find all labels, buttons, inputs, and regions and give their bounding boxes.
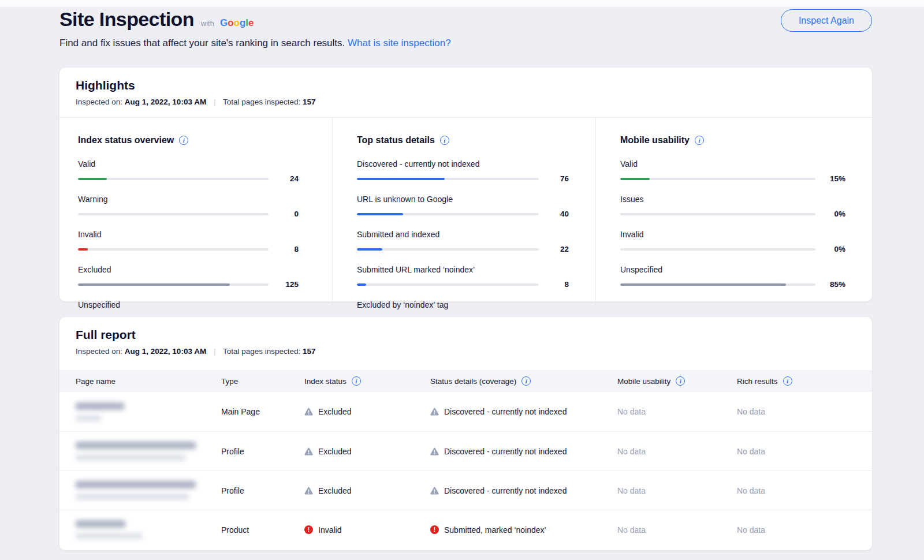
full-report-meta: Inspected on: Aug 1, 2022, 10:03 AM | To…	[76, 347, 856, 356]
redacted-subtitle	[76, 454, 185, 461]
info-icon[interactable]: i	[352, 376, 361, 386]
mobile-usability-cell: No data	[617, 486, 737, 495]
total-pages-value: 157	[303, 98, 316, 106]
total-pages-label: Total pages inspected:	[223, 98, 300, 106]
metric-label: Valid	[78, 159, 299, 169]
metric-item: Invalid8	[78, 230, 299, 253]
page-type-cell: Profile	[221, 486, 304, 495]
metric-label: URL is unknown to Google	[357, 195, 569, 204]
table-row[interactable]: Product!Invalid!Submitted, marked ‘noind…	[59, 510, 872, 549]
metric-item: Excluded125	[78, 265, 299, 289]
metric-label: Invalid	[78, 230, 299, 239]
metric-label: Unspecified	[78, 300, 299, 309]
column-header-label: Type	[221, 377, 238, 386]
inspected-on-label: Inspected on:	[76, 347, 122, 356]
column-title-text: Index status overview	[78, 135, 174, 145]
table-header: Page nameTypeIndex statusiStatus details…	[59, 370, 872, 392]
metric-item: Valid15%	[620, 159, 845, 183]
page-name-redacted	[76, 402, 221, 421]
warning-triangle-icon	[430, 487, 439, 495]
inspected-on-value: Aug 1, 2022, 10:03 AM	[125, 98, 206, 106]
metric-item: Invalid0%	[620, 230, 845, 253]
highlight-column-title: Mobile usabilityi	[620, 135, 845, 145]
coverage-cell: Discovered - currently not indexed	[430, 407, 617, 416]
metric-label: Valid	[620, 159, 845, 169]
inspect-again-button[interactable]: Inspect Again	[781, 9, 872, 32]
warning-triangle-icon	[304, 408, 313, 416]
error-circle-icon: !	[304, 525, 313, 534]
top-strip	[0, 0, 924, 7]
metric-bar-fill	[357, 178, 445, 180]
table-row[interactable]: ProfileExcludedDiscovered - currently no…	[59, 471, 872, 510]
redacted-subtitle	[76, 415, 101, 421]
metric-bar	[78, 178, 269, 180]
coverage-text: Discovered - currently not indexed	[444, 407, 567, 416]
info-icon[interactable]: i	[440, 136, 449, 145]
rich-results-cell: No data	[737, 486, 872, 495]
info-icon[interactable]: i	[676, 376, 685, 386]
metric-bar	[357, 178, 539, 180]
metric-value: 85%	[815, 280, 845, 289]
metric-label: Invalid	[620, 230, 845, 239]
metric-bar-fill	[620, 283, 786, 286]
column-header: Page name	[76, 377, 221, 386]
index-status-text: Invalid	[318, 525, 341, 535]
index-status-cell: Excluded	[304, 447, 430, 456]
page-title: Site Inspection	[59, 8, 194, 31]
coverage-cell: !Submitted, marked ‘noindex’	[430, 525, 617, 535]
table-row[interactable]: ProfileExcludedDiscovered - currently no…	[59, 431, 872, 471]
column-header-label: Page name	[76, 377, 116, 386]
highlight-column-title: Top status detailsi	[357, 135, 569, 145]
metric-label: Excluded	[78, 265, 299, 274]
google-logo: Google	[220, 17, 254, 29]
highlights-columns: Index status overviewiValid24Warning0Inv…	[59, 118, 872, 301]
what-is-site-inspection-link[interactable]: What is site inspection?	[348, 38, 451, 48]
metric-bar-fill	[620, 178, 650, 180]
metric-label: Excluded by ‘noindex’ tag	[357, 300, 569, 309]
page-type-cell: Product	[221, 525, 304, 535]
column-header-label: Rich results	[737, 377, 778, 386]
page-subtitle: Find and fix issues that affect your sit…	[59, 38, 872, 49]
coverage-text: Discovered - currently not indexed	[444, 486, 567, 495]
error-circle-icon: !	[430, 525, 439, 534]
metric-bar	[620, 283, 815, 286]
index-status-text: Excluded	[318, 447, 352, 456]
metric-bar-fill	[78, 178, 107, 180]
info-icon[interactable]: i	[695, 136, 704, 145]
metric-value: 8	[269, 245, 299, 253]
table-row[interactable]: Main PageExcludedDiscovered - currently …	[59, 392, 872, 431]
page-name-redacted	[76, 442, 221, 461]
column-title-text: Mobile usability	[620, 135, 690, 145]
page-type-cell: Profile	[221, 447, 304, 456]
metric-item: Submitted and indexed22	[357, 230, 569, 253]
metric-bar	[78, 283, 269, 286]
column-header: Rich resultsi	[737, 376, 872, 386]
metric-label: Warning	[78, 195, 299, 204]
coverage-text: Discovered - currently not indexed	[444, 447, 567, 456]
total-pages-label: Total pages inspected:	[223, 347, 300, 356]
info-icon[interactable]: i	[783, 376, 792, 386]
google-letter: e	[248, 17, 254, 28]
metric-bar	[620, 248, 815, 251]
info-icon[interactable]: i	[521, 376, 531, 386]
metric-bar-fill	[78, 248, 88, 251]
index-status-text: Excluded	[318, 486, 352, 495]
metric-value: 22	[539, 245, 569, 253]
page-name-redacted	[76, 481, 221, 500]
info-icon[interactable]: i	[179, 136, 188, 145]
metric-value: 40	[539, 210, 569, 218]
metric-value: 8	[539, 280, 569, 289]
highlight-column: Mobile usabilityiValid15%Issues0%Invalid…	[595, 118, 872, 335]
subtitle-text: Find and fix issues that affect your sit…	[59, 38, 345, 48]
total-pages-value: 157	[303, 347, 316, 356]
metric-bar	[620, 178, 815, 180]
column-title-text: Top status details	[357, 135, 435, 145]
column-header-label: Index status	[304, 377, 346, 386]
metric-value: 76	[539, 174, 569, 183]
full-report-card: Full report Inspected on: Aug 1, 2022, 1…	[59, 317, 872, 550]
redacted-title	[76, 402, 124, 410]
warning-triangle-icon	[430, 447, 439, 456]
google-letter: g	[240, 17, 245, 28]
index-status-cell: Excluded	[304, 486, 430, 495]
google-letter: G	[220, 17, 228, 28]
